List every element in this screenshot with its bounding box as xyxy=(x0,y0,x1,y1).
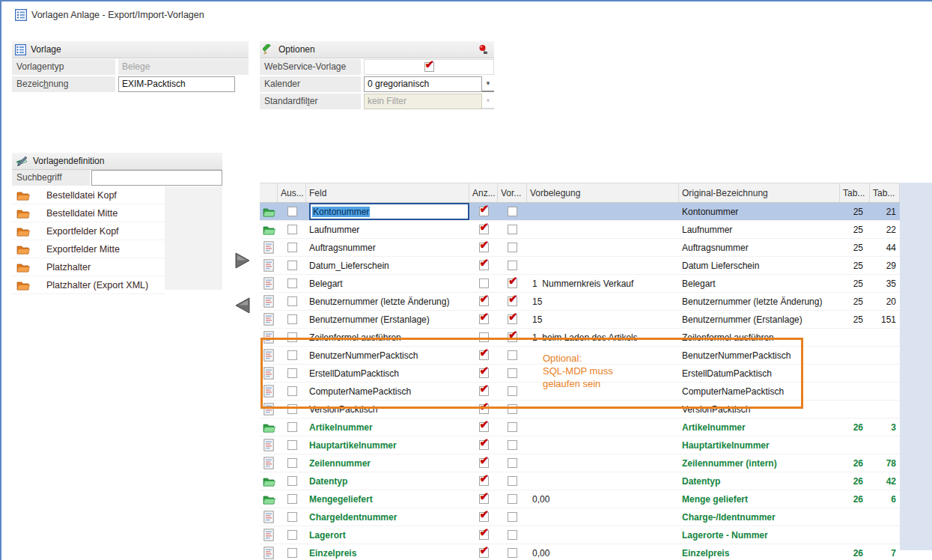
auswahl-checkbox[interactable] xyxy=(287,279,297,288)
auswahl-checkbox[interactable] xyxy=(287,386,297,396)
table-row[interactable]: ChargeIdentnummer ChargeIdentnummer Char… xyxy=(260,508,900,526)
vorbelegung-checkbox[interactable] xyxy=(508,422,517,432)
anzeigen-checkbox[interactable] xyxy=(479,332,489,342)
auswahl-checkbox[interactable] xyxy=(287,350,297,360)
anzeigen-checkbox[interactable] xyxy=(479,368,489,378)
column-header-aus[interactable]: Aus... xyxy=(278,183,306,202)
table-row[interactable]: Artikelnummer Artikelnummer Artikelnumme… xyxy=(260,419,900,436)
folder-list-item[interactable]: Bestelldatei Kopf xyxy=(12,186,165,204)
column-header-anz[interactable]: Anz... xyxy=(469,183,498,202)
kalender-select[interactable]: 0 gregorianisch xyxy=(364,76,482,92)
move-right-button[interactable] xyxy=(233,251,252,270)
auswahl-checkbox[interactable] xyxy=(287,530,297,540)
auswahl-checkbox[interactable] xyxy=(287,314,297,324)
vorbelegung-checkbox[interactable] xyxy=(508,207,517,216)
vorbelegung-checkbox[interactable] xyxy=(508,261,517,270)
auswahl-checkbox[interactable] xyxy=(287,422,297,432)
column-header-icon[interactable] xyxy=(260,183,278,202)
vorbelegung-checkbox[interactable] xyxy=(508,279,517,288)
anzeigen-checkbox[interactable] xyxy=(479,548,489,558)
folder-list-item[interactable]: Exportfelder Kopf xyxy=(12,222,165,240)
anzeigen-checkbox[interactable] xyxy=(479,530,489,540)
folder-list-item[interactable]: Platzhalter xyxy=(12,258,165,276)
vorbelegung-checkbox[interactable] xyxy=(508,440,517,450)
column-header-original[interactable]: Original-Bezeichnung xyxy=(679,183,840,202)
feld-edit-input[interactable]: Kontonummer xyxy=(309,203,469,220)
auswahl-checkbox[interactable] xyxy=(287,440,297,450)
anzeigen-checkbox[interactable] xyxy=(479,476,489,486)
anzeigen-checkbox[interactable] xyxy=(479,261,489,270)
table-row[interactable]: VersionPacktisch VersionPacktisch Versio… xyxy=(260,401,900,419)
folder-list-item[interactable]: Bestelldatei Mitte xyxy=(12,204,165,222)
suchbegriff-input[interactable] xyxy=(91,170,222,186)
vorbelegung-checkbox[interactable] xyxy=(508,530,517,540)
vorbelegung-checkbox[interactable] xyxy=(508,494,517,504)
table-row[interactable]: ComputerNamePacktisch ComputerNamePackti… xyxy=(260,383,900,401)
table-row[interactable]: Datum_Lieferschein Datum_Lieferschein Da… xyxy=(260,257,900,275)
vorbelegung-checkbox[interactable] xyxy=(508,404,517,414)
table-row[interactable]: Einzelpreis Einzelpreis 0,00 Einzelpreis… xyxy=(260,544,900,560)
auswahl-checkbox[interactable] xyxy=(287,548,297,558)
column-header-vor[interactable]: Vor... xyxy=(498,183,527,202)
anzeigen-checkbox[interactable] xyxy=(479,458,489,468)
auswahl-checkbox[interactable] xyxy=(287,494,297,504)
auswahl-checkbox[interactable] xyxy=(287,207,297,216)
anzeigen-checkbox[interactable] xyxy=(479,422,489,432)
folder-list-item[interactable]: Platzhalter (Export XML) xyxy=(12,276,165,294)
table-row[interactable]: Auftragsnummer Auftragsnummer Auftragsnu… xyxy=(260,239,900,257)
auswahl-checkbox[interactable] xyxy=(287,512,297,522)
anzeigen-checkbox[interactable] xyxy=(479,296,489,306)
vorbelegung-checkbox[interactable] xyxy=(508,386,517,396)
auswahl-checkbox[interactable] xyxy=(287,458,297,468)
auswahl-checkbox[interactable] xyxy=(287,225,297,234)
vorbelegung-checkbox[interactable] xyxy=(508,350,517,360)
table-row[interactable]: ErstellDatumPacktisch ErstellDatumPackti… xyxy=(260,365,900,383)
column-header-vorbelegung[interactable]: Vorbelegung xyxy=(527,183,679,202)
pin-icon[interactable] xyxy=(478,44,488,55)
vorbelegung-checkbox[interactable] xyxy=(508,548,517,558)
auswahl-checkbox[interactable] xyxy=(287,243,297,252)
anzeigen-checkbox[interactable] xyxy=(479,440,489,450)
vorbelegung-checkbox[interactable] xyxy=(508,314,517,324)
anzeigen-checkbox[interactable] xyxy=(479,225,489,234)
anzeigen-checkbox[interactable] xyxy=(479,207,489,216)
vorbelegung-checkbox[interactable] xyxy=(508,225,517,234)
anzeigen-checkbox[interactable] xyxy=(479,404,489,414)
column-header-tab2[interactable]: Tab... xyxy=(870,183,900,202)
auswahl-checkbox[interactable] xyxy=(287,261,297,270)
anzeigen-checkbox[interactable] xyxy=(479,350,489,360)
anzeigen-checkbox[interactable] xyxy=(479,243,489,252)
anzeigen-checkbox[interactable] xyxy=(479,512,489,522)
webservice-checkbox[interactable] xyxy=(424,62,434,72)
table-row[interactable]: BenutzerNummerPacktisch BenutzerNummerPa… xyxy=(260,347,900,365)
vorbelegung-checkbox[interactable] xyxy=(508,476,517,486)
kalender-dropdown-arrow-icon[interactable]: ▼ xyxy=(482,76,494,92)
table-row[interactable]: Datentyp Datentyp Datentyp 26 42 xyxy=(260,472,900,490)
anzeigen-checkbox[interactable] xyxy=(479,314,489,324)
auswahl-checkbox[interactable] xyxy=(287,404,297,414)
table-row[interactable]: Hauptartikelnummer Hauptartikelnummer Ha… xyxy=(260,436,900,454)
table-row[interactable]: Kontonummer Kontonummer Kontonummer 25 2… xyxy=(260,203,900,221)
vorbelegung-checkbox[interactable] xyxy=(508,368,517,378)
bezeichnung-input[interactable]: EXIM-Packtisch xyxy=(118,76,235,92)
vorbelegung-checkbox[interactable] xyxy=(508,332,517,342)
table-row[interactable]: Benutzernummer (letzte Änderung) Benutze… xyxy=(260,293,900,311)
table-row[interactable]: Lagerort Lagerort Lagerorte - Nummer xyxy=(260,526,900,544)
table-row[interactable]: Benutzernummer (Erstanlage) Benutzernumm… xyxy=(260,311,900,329)
auswahl-checkbox[interactable] xyxy=(287,476,297,486)
vorbelegung-checkbox[interactable] xyxy=(508,243,517,252)
table-row[interactable]: Laufnummer Laufnummer Laufnummer 25 22 xyxy=(260,221,900,239)
column-header-tab1[interactable]: Tab... xyxy=(840,183,870,202)
anzeigen-checkbox[interactable] xyxy=(479,386,489,396)
vorbelegung-checkbox[interactable] xyxy=(508,458,517,468)
table-row[interactable]: Zeilenformel ausführen Zeilenformel ausf… xyxy=(260,329,900,347)
anzeigen-checkbox[interactable] xyxy=(479,494,489,504)
auswahl-checkbox[interactable] xyxy=(287,368,297,378)
table-row[interactable]: Belegart Belegart 1 Nummernkreis Verkauf… xyxy=(260,275,900,293)
table-row[interactable]: Mengegeliefert Mengegeliefert 0,00 Menge… xyxy=(260,490,900,508)
vorbelegung-checkbox[interactable] xyxy=(508,512,517,522)
move-left-button[interactable] xyxy=(233,296,252,315)
folder-list-item[interactable]: Exportfelder Mitte xyxy=(12,240,165,258)
auswahl-checkbox[interactable] xyxy=(287,296,297,306)
column-header-feld[interactable]: Feld xyxy=(306,183,469,202)
